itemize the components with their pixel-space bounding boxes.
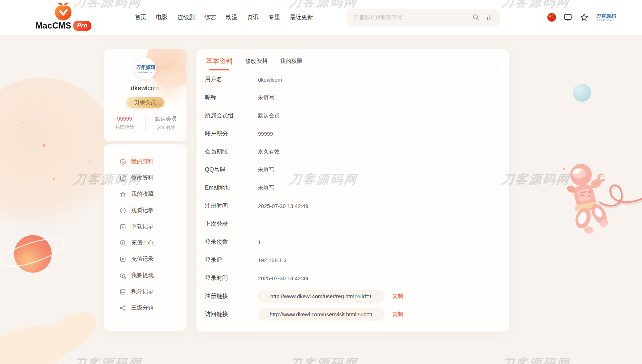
field-row: 会员期限 永久有效	[205, 143, 501, 161]
field-label: 登录时间	[205, 274, 258, 282]
field-label: 访问链接	[205, 311, 258, 318]
nav-item[interactable]: 专题	[268, 14, 280, 21]
copy-button[interactable]: 复制	[392, 311, 403, 318]
dkewl-logo: 刀客源码 www.dkewl.com	[596, 14, 616, 21]
nav-item[interactable]: 电影	[156, 14, 168, 21]
field-row: 注册时间 2025-07-30 13:42:49	[205, 197, 501, 215]
nav-item[interactable]: 连续剧	[177, 14, 195, 21]
field-label: 账户积分	[205, 130, 258, 138]
distribution-icon	[119, 304, 126, 312]
sidebar-menu-item[interactable]: 我的资料	[104, 153, 186, 170]
profile-fields: 用户名 dkewlcom 昵称 未填写 所属会员组 默认会员 账户积分	[205, 70, 501, 287]
main-panel: 基本资料 修改资料 我的权限 用户名 dkewlcom 昵称 未填写	[197, 49, 509, 332]
recharge-record-icon	[119, 256, 126, 263]
link-field-row: 访问链接 复制	[205, 305, 501, 323]
sidebar-menu-item[interactable]: 观看记录	[104, 202, 186, 218]
message-icon[interactable]	[563, 13, 573, 22]
copy-button[interactable]: 复制	[392, 293, 403, 300]
field-value: 永久有效	[258, 148, 280, 155]
watch-history-icon	[119, 207, 126, 214]
download-history-icon	[119, 223, 126, 230]
link-field-row: 注册链接 复制	[205, 287, 501, 305]
nav-item[interactable]: 动漫	[226, 14, 237, 21]
sidebar-menu-item[interactable]: 充值中心	[104, 235, 186, 251]
sidebar-menu-item[interactable]: 充值记录	[104, 251, 186, 267]
field-value: 1	[258, 239, 261, 245]
recharge-center-icon	[119, 239, 126, 247]
field-row: 登录时间 2025-07-30 13:42:49	[205, 269, 501, 287]
sidebar-menu-item[interactable]: 三级分销	[104, 300, 186, 316]
sidebar-menu-item[interactable]: 下载记录	[104, 218, 186, 235]
field-label: 昵称	[205, 94, 258, 101]
site-logo[interactable]: MacCMS Pro	[36, 1, 90, 31]
nav-item[interactable]: 资讯	[247, 14, 259, 21]
field-value: 2025-07-30 13:42:49	[258, 275, 308, 281]
header-actions: 刀客源码 www.dkewl.com	[547, 0, 616, 35]
field-label: 用户名	[205, 76, 258, 83]
field-row: 账户积分 99999	[205, 125, 501, 143]
sidebar-menu-item[interactable]: 我要提现	[104, 267, 186, 283]
field-row: 用户名 dkewlcom	[205, 70, 501, 88]
favorites-star-icon	[119, 191, 126, 198]
avatar: 刀客源码 www.dkewl.com	[134, 58, 156, 79]
field-row: 所属会员组 默认会员	[205, 107, 501, 125]
withdraw-icon	[119, 272, 126, 279]
field-value: 默认会员	[258, 112, 280, 119]
field-label: 登录IP	[205, 256, 258, 264]
page: MacCMS Pro 首页 电影 连续剧 综艺 动漫 资讯 专题 最近更新	[0, 0, 642, 364]
stat: 默认会员 永久有效	[145, 116, 187, 131]
main-nav: 首页 电影 连续剧 综艺 动漫 资讯 专题 最近更新	[135, 0, 313, 35]
sidebar-menu-item[interactable]: 积分记录	[104, 283, 186, 300]
field-value: 未填写	[258, 166, 274, 173]
profile-icon	[119, 158, 126, 165]
link-input[interactable]	[258, 290, 384, 303]
field-label: QQ号码	[205, 166, 258, 174]
trending-bars-icon[interactable]	[485, 13, 493, 21]
field-value: 未填写	[258, 185, 274, 191]
nav-item[interactable]: 最近更新	[290, 14, 313, 21]
sidebar-menu-item[interactable]: 我的收藏	[104, 186, 186, 202]
field-label: 注册时间	[205, 202, 258, 210]
header: MacCMS Pro 首页 电影 连续剧 综艺 动漫 资讯 专题 最近更新	[0, 0, 642, 35]
tab[interactable]: 我的权限	[280, 57, 302, 70]
field-value: 99999	[258, 131, 273, 137]
search-icon[interactable]	[472, 13, 480, 21]
field-label: Email地址	[205, 184, 258, 192]
field-row: 登录IP 192.168.1.3	[205, 251, 501, 269]
edit-icon	[119, 174, 126, 182]
favorite-star-icon[interactable]	[579, 13, 589, 22]
pro-badge: Pro	[73, 21, 91, 31]
maccms-logo-icon	[53, 1, 73, 22]
nav-item[interactable]: 综艺	[204, 14, 216, 21]
link-fields: 注册链接 复制 访问链接 复制	[205, 287, 501, 323]
field-label: 所属会员组	[205, 112, 258, 120]
field-value: 192.168.1.3	[258, 257, 286, 263]
sidebar-menu: 我的资料 修改资料 我的收藏 观看记录	[104, 144, 186, 331]
field-row: 昵称 未填写	[205, 88, 501, 107]
field-row: QQ号码 未填写	[205, 161, 501, 179]
brand-name: MacCMS	[35, 21, 71, 31]
points-record-icon	[119, 288, 126, 295]
tabs: 基本资料 修改资料 我的权限	[205, 49, 501, 70]
nav-item[interactable]: 首页	[135, 14, 146, 21]
field-label: 上次登录	[205, 220, 258, 228]
field-row: Email地址 未填写	[205, 179, 501, 197]
stat: 99999 我的积分	[104, 116, 145, 131]
field-row: 上次登录	[205, 215, 501, 233]
field-value: dkewlcom	[258, 77, 282, 83]
tab[interactable]: 修改资料	[245, 57, 268, 70]
field-label: 会员期限	[205, 148, 258, 156]
profile-card: 刀客源码 www.dkewl.com dkewlcom 升级会员 99999 我…	[104, 49, 186, 141]
profile-stats: 99999 我的积分 默认会员 永久有效	[104, 116, 186, 131]
link-input[interactable]	[258, 308, 384, 321]
field-value: 未填写	[258, 94, 274, 101]
search-box	[347, 9, 500, 26]
field-label: 注册链接	[205, 292, 258, 300]
china-flag-icon[interactable]	[547, 13, 556, 22]
field-label: 登录次数	[205, 238, 258, 246]
tab[interactable]: 基本资料	[206, 57, 233, 70]
field-row: 登录次数 1	[205, 233, 501, 251]
search-input[interactable]	[347, 14, 472, 21]
sidebar-menu-item[interactable]: 修改资料	[104, 170, 186, 186]
field-value: 2025-07-30 13:42:49	[258, 203, 308, 209]
